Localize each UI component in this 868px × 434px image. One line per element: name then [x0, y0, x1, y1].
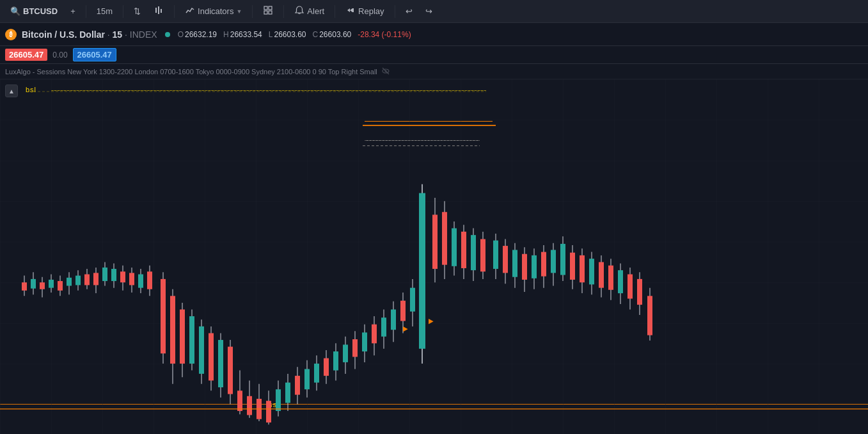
svg-rect-139: [618, 270, 623, 293]
svg-rect-37: [129, 273, 134, 285]
alert-button[interactable]: Alert: [289, 3, 329, 20]
chart-area[interactable]: ▲ bsl ssl: [0, 79, 868, 434]
compare-button[interactable]: ⇅: [129, 4, 146, 19]
sep3: [174, 5, 175, 18]
btc-symbol: ₿: [10, 31, 13, 38]
redo-button[interactable]: ↪: [420, 4, 438, 19]
svg-rect-103: [442, 212, 447, 264]
svg-rect-107: [461, 232, 466, 268]
low-val: 26603.60: [274, 30, 306, 39]
target-price-blue: 26605.47: [73, 48, 116, 61]
timeframe-label: 15m: [97, 6, 113, 16]
symbol-text: Bitcoin / U.S. Dollar: [22, 29, 105, 40]
svg-rect-113: [493, 241, 498, 269]
svg-rect-0: [155, 8, 157, 13]
btc-icon: ₿: [5, 29, 17, 40]
svg-rect-125: [551, 250, 556, 273]
svg-rect-13: [22, 282, 27, 291]
svg-text:▶: ▶: [403, 325, 408, 332]
replay-icon: [345, 5, 356, 17]
svg-rect-27: [84, 274, 90, 285]
collapse-button[interactable]: ▲: [5, 84, 18, 97]
sep6: [335, 5, 335, 18]
layouts-button[interactable]: [258, 3, 278, 20]
svg-rect-137: [608, 266, 613, 290]
close-val: 26603.60: [319, 30, 351, 39]
indicator-bar: LuxAlgo - Sessions New York 1300-2200 Lo…: [0, 64, 868, 79]
sep4: [252, 5, 253, 18]
svg-rect-109: [471, 235, 476, 270]
symbol-index: INDEX: [130, 29, 157, 40]
bartype-icon: [154, 5, 164, 17]
svg-rect-105: [452, 229, 457, 266]
search-icon: 🔍: [10, 6, 20, 16]
bartype-button[interactable]: [148, 3, 169, 20]
svg-rect-77: [324, 358, 329, 376]
symbol-label: BTCUSD: [23, 6, 58, 16]
main-toolbar: 🔍 BTCUSD + 15m ⇅ Indicators ▼: [0, 0, 868, 23]
svg-rect-43: [161, 279, 166, 353]
high-label: H26633.54: [223, 30, 262, 39]
high-val: 26633.54: [230, 30, 262, 39]
svg-rect-67: [276, 389, 281, 411]
svg-rect-115: [503, 246, 508, 273]
add-symbol-button[interactable]: +: [65, 4, 81, 19]
alert-label: Alert: [307, 6, 324, 16]
svg-rect-3: [264, 6, 267, 10]
alert-icon: [294, 5, 304, 17]
sep1: [86, 5, 86, 18]
open-val: 26632.19: [185, 30, 217, 39]
svg-rect-49: [189, 316, 194, 364]
svg-rect-7: [352, 8, 354, 12]
svg-text:▶: ▶: [429, 317, 434, 324]
svg-rect-119: [522, 254, 527, 280]
svg-rect-69: [285, 383, 290, 403]
svg-rect-17: [40, 282, 45, 289]
svg-rect-25: [75, 276, 81, 285]
svg-rect-83: [352, 339, 358, 357]
svg-rect-59: [237, 390, 242, 411]
svg-rect-131: [580, 255, 585, 282]
svg-rect-79: [333, 351, 338, 371]
search-symbol[interactable]: 🔍 BTCUSD: [5, 4, 63, 19]
svg-rect-91: [391, 309, 396, 330]
low-label: L26603.60: [269, 30, 306, 39]
undo-icon: ↩: [406, 6, 413, 16]
svg-rect-96: [410, 288, 415, 312]
svg-rect-47: [180, 309, 185, 364]
svg-rect-73: [304, 369, 310, 390]
close-label: C26603.60: [313, 30, 352, 39]
open-label: O26632.19: [178, 30, 217, 39]
svg-rect-143: [637, 279, 642, 305]
svg-rect-93: [400, 301, 406, 321]
sep2: [123, 5, 123, 18]
svg-rect-71: [295, 376, 300, 395]
layouts-icon: [263, 5, 273, 17]
svg-rect-5: [264, 11, 267, 14]
svg-rect-21: [58, 281, 63, 291]
candlestick-chart: ▶ ▶: [0, 79, 868, 434]
symbol-full-name: Bitcoin / U.S. Dollar · 15 · INDEX: [22, 29, 157, 40]
eye-icon[interactable]: [381, 67, 390, 77]
svg-rect-129: [570, 253, 575, 280]
live-dot: [165, 32, 170, 37]
timeframe-selector[interactable]: 15m: [91, 4, 118, 19]
svg-rect-75: [314, 364, 319, 383]
add-icon: +: [70, 6, 75, 16]
indicators-button[interactable]: Indicators ▼: [180, 3, 247, 20]
svg-rect-1: [158, 6, 159, 14]
svg-rect-135: [599, 262, 604, 287]
svg-rect-89: [381, 317, 386, 337]
symbol-timeframe: 15: [113, 29, 123, 40]
svg-rect-19: [49, 280, 54, 288]
indicator-text: LuxAlgo - Sessions New York 1300-2200 Lo…: [5, 68, 377, 76]
svg-rect-81: [343, 344, 348, 362]
svg-rect-65: [266, 401, 271, 422]
current-price-red: 26605.47: [5, 49, 47, 61]
replay-button[interactable]: Replay: [340, 3, 389, 20]
svg-rect-133: [589, 259, 594, 284]
undo-button[interactable]: ↩: [400, 4, 418, 19]
svg-rect-145: [647, 296, 652, 335]
svg-rect-15: [31, 279, 36, 289]
svg-rect-35: [120, 271, 125, 282]
